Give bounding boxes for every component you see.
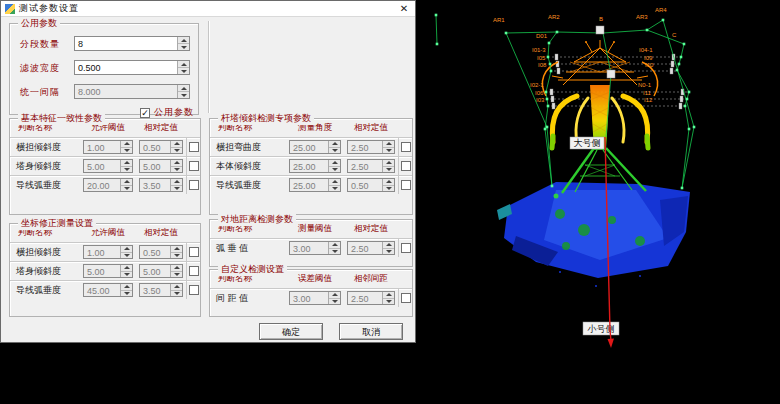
app-icon [5,4,15,14]
value-input: 1.00 [83,140,133,154]
row-checkbox[interactable] [189,161,199,171]
tower-node-label: AR4 [655,7,667,13]
value-input: 2.50 [347,291,395,305]
close-icon[interactable]: ✕ [397,3,411,14]
tower-node-label: I02-1 [530,82,544,88]
field-row: 滤波宽度 0.500 [20,60,190,76]
tower-node-label: B [599,16,603,22]
value-input: 25.00 [289,159,341,173]
row-checkbox[interactable] [189,266,199,276]
segment-count-input[interactable]: 8 [74,36,190,51]
group-title: 坐标修正测量设置 [18,217,96,230]
value-input: 0.50 [139,245,183,259]
row-checkbox[interactable] [401,243,411,253]
tower-node-label: I06 [535,90,543,96]
tower-node-label: C [672,32,676,38]
tower-node-label: I12 [644,97,652,103]
table-row: 间 距 值 3.00 2.50 [210,288,412,307]
dialog-titlebar[interactable]: 测试参数设置 ✕ [1,1,415,17]
tower-node-label: AR2 [548,14,560,20]
value-input: 2.50 [347,241,395,255]
tower-node-label: I10 [645,62,653,68]
table-row: 横担弯曲度 25.00 2.50 [210,137,412,156]
row-checkbox[interactable] [189,142,199,152]
value-input: 3.50 [139,178,183,192]
group-title: 对地距离检测参数 [218,213,296,226]
tower-node-label: I05 [537,55,545,61]
pointcloud-viewport[interactable]: 大号侧 小号侧 AR1 AR2 B AR3 AR4 D01 I01-3 I05 … [416,0,780,404]
value-input: 2.50 [347,140,395,154]
group-title: 基本特征一致性参数 [18,112,105,125]
table-row: 导线弧垂度 25.00 0.50 [210,175,412,194]
value-input: 45.00 [83,283,133,297]
tower-node-label: AR3 [636,14,648,20]
value-input: 3.00 [289,241,341,255]
value-input: 0.50 [139,140,183,154]
value-input: 25.00 [289,140,341,154]
tower-node-label: I03 [536,97,544,103]
table-row: 本体倾斜度 25.00 2.50 [210,156,412,175]
field-label: 滤波宽度 [20,62,60,75]
row-checkbox[interactable] [401,161,411,171]
value-input: 1.00 [83,245,133,259]
field-label: 分段数量 [20,38,60,51]
screen: 测试参数设置 ✕ 公用参数 分段数量 8 滤波宽度 0.500 [0,0,780,404]
settings-dialog: 测试参数设置 ✕ 公用参数 分段数量 8 滤波宽度 0.500 [0,0,416,343]
tower-node-label: N0-1 [638,82,651,88]
spinner-arrows-icon[interactable] [177,61,189,74]
tower-node-label: I04-1 [639,47,653,53]
value-input: 20.00 [83,178,133,192]
spinner-arrows-icon [177,85,189,98]
tower-node-label: I11 [643,90,651,96]
field-label: 统一间隔 [20,86,60,99]
filter-width-input[interactable]: 0.500 [74,60,190,75]
row-checkbox[interactable] [189,247,199,257]
spinner-arrows-icon[interactable] [177,37,189,50]
pointcloud-scene-svg: 大号侧 小号侧 [416,0,780,404]
row-checkbox[interactable] [401,293,411,303]
table-row: 塔身倾斜度 5.00 5.00 [10,261,200,280]
tower-node-label: D01 [536,33,547,39]
tower-node-label: I01-3 [532,47,546,53]
table-row: 横担倾斜度 1.00 0.50 [10,137,200,156]
value-input: 0.50 [347,178,395,192]
table-row: 塔身倾斜度 5.00 5.00 [10,156,200,175]
group-title: 自定义检测设置 [218,263,287,276]
coord-correction-group: 坐标修正测量设置 判断名称 允许阈值 相对定值 横担倾斜度 1.00 0.50 … [9,223,201,317]
row-checkbox[interactable] [401,142,411,152]
value-input: 5.00 [139,159,183,173]
row-checkbox[interactable] [401,180,411,190]
custom-check-group: 自定义检测设置 判断名称 误差阈值 相邻间距 间 距 值 3.00 2.50 [209,269,413,317]
ok-button[interactable]: 确定 [259,323,323,340]
value-input: 25.00 [289,178,341,192]
value-input: 5.00 [83,264,133,278]
row-checkbox[interactable] [189,180,199,190]
field-row: 分段数量 8 [20,36,190,52]
row-checkbox[interactable] [189,285,199,295]
cancel-button[interactable]: 取消 [339,323,403,340]
column-divider [208,21,210,113]
dialog-title: 测试参数设置 [19,2,79,15]
value-input: 3.50 [139,283,183,297]
tower-node-label: I09 [644,55,652,61]
group-title: 杆塔倾斜检测专项参数 [218,112,314,125]
value-input: 5.00 [83,159,133,173]
common-params-checkbox[interactable]: ✓ [140,108,150,118]
value-input: 3.00 [289,291,341,305]
uniform-gap-input: 8.000 [74,84,190,99]
table-row: 导线弧垂度 20.00 3.50 [10,175,200,194]
consistency-group: 基本特征一致性参数 判断名称 允许阈值 相对定值 横担倾斜度 1.00 0.50… [9,118,201,215]
tilt-group: 杆塔倾斜检测专项参数 判断名称 测量角度 相对定值 横担弯曲度 25.00 2.… [209,118,413,215]
tower-node-label: I08 [538,62,546,68]
value-input: 2.50 [347,159,395,173]
value-input: 5.00 [139,264,183,278]
big-end-tag: 大号侧 [570,137,604,149]
small-end-tag: 小号侧 [583,322,619,335]
group-title: 公用参数 [18,17,60,30]
big-end-label: 大号侧 [574,138,601,148]
field-row: 统一间隔 8.000 [20,84,190,100]
ground-distance-group: 对地距离检测参数 判断名称 测量阈值 相对定值 弧 垂 值 3.00 2.50 [209,219,413,267]
table-row: 弧 垂 值 3.00 2.50 [210,238,412,257]
table-row: 导线弧垂度 45.00 3.50 [10,280,200,299]
tower-node-label: AR1 [493,17,505,23]
